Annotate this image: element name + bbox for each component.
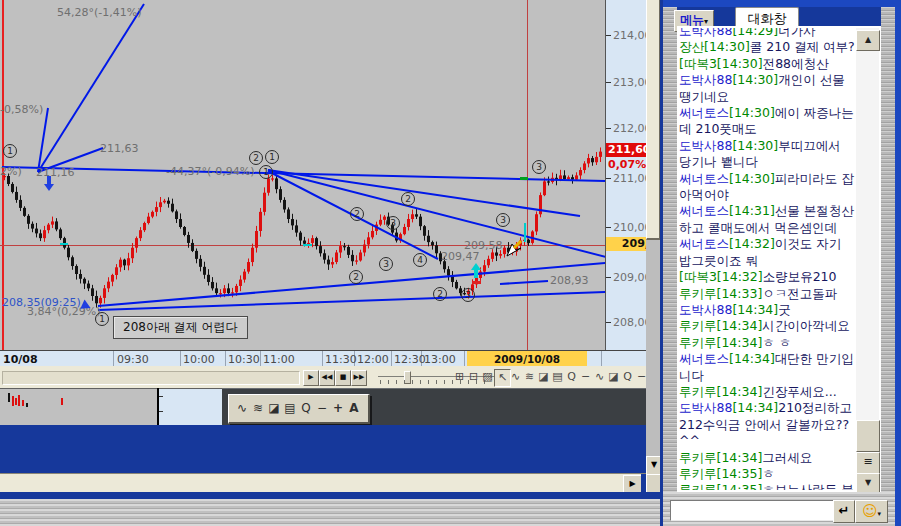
chart-mark	[472, 281, 481, 284]
head	[471, 263, 481, 270]
chat-message: 루키루[14:34]긴장푸세요...	[679, 384, 855, 400]
volume-pane[interactable]	[0, 388, 157, 426]
chat-message-list[interactable]: 도박사88[14:29]너가사장산[14:30]콜 210 결제 여부?[따복3…	[679, 28, 855, 490]
wave-count-marker: 2	[401, 192, 415, 206]
volume-candle	[8, 393, 10, 402]
wave-count-marker: 1	[265, 150, 279, 164]
chat-message-text: 전88에청산	[763, 56, 829, 71]
wave-count-marker: 1	[259, 165, 273, 179]
chat-message-text: 콜 210 결제 여부?	[750, 39, 855, 54]
wave-icon[interactable]: ∿	[234, 399, 250, 417]
chat-username: 써너토스	[679, 171, 729, 186]
chart-icon[interactable]: ▤	[282, 399, 298, 417]
h-scroll-track[interactable]	[2, 371, 300, 385]
rewind-button[interactable]: ◀◀	[319, 370, 335, 386]
chat-message-text: 긴장푸세요...	[762, 384, 836, 399]
chat-timestamp: [14:30]	[729, 171, 775, 186]
chat-timestamp: [14:29]	[732, 28, 778, 38]
chat-username: 루키루	[679, 466, 717, 481]
scroll-right-button[interactable]: ▶	[623, 475, 642, 493]
chart-label: 2%)	[0, 165, 22, 178]
cascade-icon[interactable]: ⊞	[452, 369, 467, 385]
chevron-down-icon: ▾	[704, 17, 708, 26]
chat-username: 써너토스	[679, 351, 729, 366]
chat-window-right-border[interactable]	[895, 0, 901, 526]
chat-scroll-lines-button[interactable]: ≡	[856, 452, 880, 474]
chart-mark	[303, 244, 312, 246]
eraser-icon[interactable]: ◪	[266, 399, 282, 417]
vertical-scrollbar-thumb[interactable]	[646, 0, 661, 240]
chat-username: 도박사88	[679, 72, 732, 87]
multi-wave-tool-icon[interactable]: ≋	[522, 369, 537, 385]
zoom-out-icon[interactable]: −	[578, 369, 593, 385]
chart-style-icon[interactable]: ▤	[550, 369, 565, 385]
text-tool-icon[interactable]: A	[346, 399, 362, 417]
time-tick-label: 10:00	[183, 353, 215, 366]
arrow-down-icon	[43, 176, 55, 192]
price-axis: 214,00213,00212,00211,00210,00209,00208,…	[605, 0, 647, 366]
mouse-cursor-icon	[503, 238, 525, 260]
chat-window-top-border[interactable]	[663, 0, 901, 7]
slider-tick	[396, 380, 397, 384]
chat-window-right-frame[interactable]	[881, 7, 895, 526]
chat-message: 도박사88[14:30]개인이 선물 땡기네요	[679, 72, 855, 105]
chat-timestamp: [14:33]	[717, 286, 763, 301]
multi-wave-icon[interactable]: ≋	[250, 399, 266, 417]
volume-axis	[159, 388, 222, 426]
time-tick-label: 11:00	[263, 353, 295, 366]
time-axis-separator	[464, 351, 465, 367]
price-tick	[606, 128, 611, 129]
chat-input[interactable]	[670, 500, 836, 521]
chat-window-left-frame[interactable]	[663, 7, 677, 526]
chart-annotations: 54,28°(-1,41%)-0,58%)211,632%)211,16-44,…	[0, 0, 605, 350]
chat-timestamp: [14:34]	[729, 351, 775, 366]
zoom-slider-thumb[interactable]	[404, 371, 411, 384]
window-resize-band[interactable]	[0, 499, 663, 526]
chat-message-text: 시간이아깍네요	[762, 318, 850, 333]
chat-send-button[interactable]: ↵	[833, 500, 855, 523]
magnifier-icon[interactable]: Q	[298, 399, 314, 417]
horizontal-scrollbar[interactable]: ▶	[0, 473, 646, 493]
wave-tool-icon[interactable]: ∿	[508, 369, 523, 385]
chat-username: 도박사88	[679, 138, 732, 153]
eraser-icon[interactable]: ◪	[536, 369, 551, 385]
play-button[interactable]: ▶	[303, 370, 319, 386]
time-tick-label: 09:30	[117, 353, 149, 366]
time-tick-label: 10/08	[3, 353, 38, 366]
chat-timestamp: [14:30]	[704, 39, 750, 54]
chat-message: 써너토스[14:32]이것도 자기 밥그릇이죠 뭐	[679, 236, 855, 269]
zoom-icon[interactable]: Q	[564, 369, 579, 385]
chat-timestamp: [14:34]	[717, 318, 763, 333]
chat-message: [따복3[14:32]소량보유210	[679, 269, 855, 285]
chat-message: 도박사88[14:29]너가사	[679, 28, 855, 39]
candlestick-chart[interactable]: 54,28°(-1,41%)-0,58%)211,632%)211,16-44,…	[0, 0, 605, 350]
chat-timestamp: [14:34]	[717, 384, 763, 399]
eraser2-icon[interactable]: ◪	[606, 369, 621, 385]
zoom2-icon[interactable]: Q	[620, 369, 635, 385]
chat-timestamp: [14:35]	[717, 466, 763, 481]
stem	[47, 176, 51, 184]
chat-username: 루키루	[679, 384, 717, 399]
window-border	[0, 492, 663, 499]
chat-message-text: 너가사	[778, 28, 816, 38]
zoom-in-icon[interactable]: +	[330, 399, 346, 417]
wave-count-marker: 2	[249, 151, 263, 165]
region-select-icon[interactable]: ▨	[480, 369, 495, 385]
stop-button[interactable]: ■	[335, 370, 351, 386]
chart-label: 211,16	[36, 166, 75, 179]
chat-username: 장산	[679, 39, 704, 54]
screen: { "colors":{ "desktop":"#16389b","plot_b…	[0, 0, 901, 526]
chat-scrollbar-thumb[interactable]	[856, 420, 880, 452]
chat-username: [따복3	[679, 56, 717, 71]
emoji-button[interactable]: ☺▾	[855, 500, 888, 523]
slider-tick	[444, 380, 445, 384]
fast-forward-button[interactable]: ▶▶	[351, 370, 367, 386]
indicator-icon[interactable]: ∿	[592, 369, 607, 385]
chat-message-text: ㅎ ㅎ	[762, 335, 791, 350]
copy-icon[interactable]: ⊡	[466, 369, 481, 385]
chat-scroll-up-button[interactable]: ▲	[856, 30, 880, 51]
last-change-label: 0,07%	[608, 158, 646, 171]
zoom-out-icon[interactable]: −	[314, 399, 330, 417]
price-tick	[606, 322, 611, 323]
chat-username: [따복3	[679, 269, 717, 284]
